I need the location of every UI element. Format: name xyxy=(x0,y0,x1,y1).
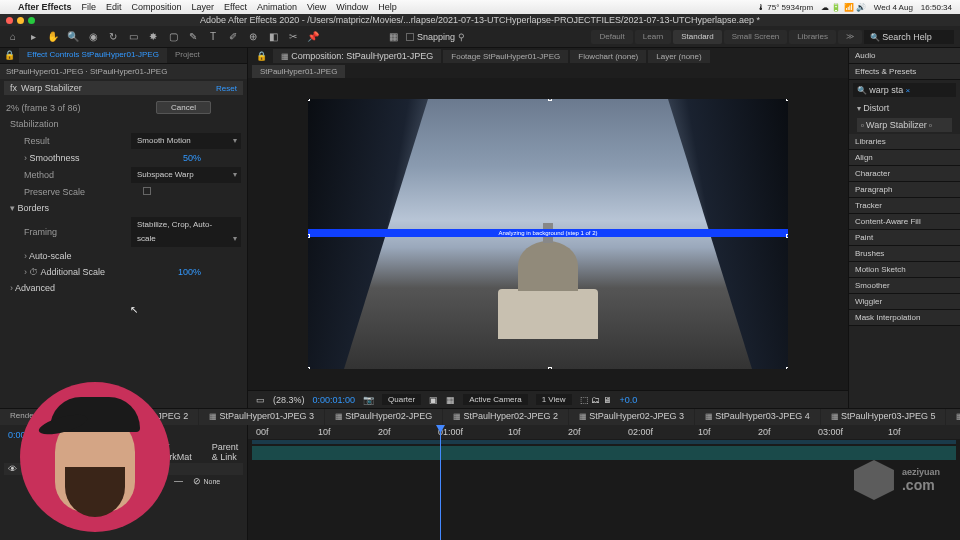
tl-tab[interactable]: ▦ StPaulHyper02-JPEG xyxy=(325,409,442,425)
brush-tool-icon[interactable]: ✐ xyxy=(226,30,240,44)
time[interactable]: 16:50:34 xyxy=(921,3,952,12)
smoothness-value[interactable]: 50% xyxy=(183,151,241,165)
app-name[interactable]: After Effects xyxy=(18,2,72,12)
tl-tab[interactable]: ▦ StPaulHyper01-JPEG 3 xyxy=(199,409,324,425)
panel-tracker[interactable]: Tracker xyxy=(849,198,960,214)
handle-br[interactable] xyxy=(786,367,788,369)
timecode[interactable]: 0:00:01:00 xyxy=(313,395,356,405)
trkmat-dropdown[interactable]: — xyxy=(174,476,183,486)
zoom-tool-icon[interactable]: 🔍 xyxy=(66,30,80,44)
sys-icons[interactable]: ☁ 🔋 📶 🔊 xyxy=(821,3,866,12)
roi-icon[interactable]: ▣ xyxy=(429,395,438,405)
menu-view[interactable]: View xyxy=(307,2,326,12)
zoom-dropdown[interactable]: (28.3%) xyxy=(273,395,305,405)
ws-default[interactable]: Default xyxy=(591,30,632,44)
puppet-tool-icon[interactable]: 📌 xyxy=(306,30,320,44)
tab-layer[interactable]: Layer (none) xyxy=(648,50,709,63)
tab-footage[interactable]: Footage StPaulHyper01-JPEG xyxy=(443,50,568,63)
tl-tab[interactable]: ▦ StPaulHyper03-JPEG 5 xyxy=(821,409,946,425)
handle-bm[interactable] xyxy=(548,367,552,369)
tab-project[interactable]: Project xyxy=(167,48,208,63)
panel-paint[interactable]: Paint xyxy=(849,230,960,246)
type-tool-icon[interactable]: T xyxy=(206,30,220,44)
ws-libraries[interactable]: Libraries xyxy=(789,30,836,44)
menu-animation[interactable]: Animation xyxy=(257,2,297,12)
framing-dropdown[interactable]: Stabilize, Crop, Auto-scale xyxy=(131,217,241,247)
tl-tab[interactable]: ▦ StPaulHyper03-JPEG 4 xyxy=(695,409,820,425)
ws-standard[interactable]: Standard xyxy=(673,30,721,44)
addscale-value[interactable]: 100% xyxy=(178,265,241,279)
camera-dropdown[interactable]: Active Camera xyxy=(463,394,527,405)
group-stabilization[interactable]: Stabilization xyxy=(6,117,59,131)
camera-tool-icon[interactable]: ▭ xyxy=(126,30,140,44)
tab-flowchart[interactable]: Flowchart (none) xyxy=(570,50,646,63)
views-dropdown[interactable]: 1 View xyxy=(536,394,572,405)
snapping-toggle[interactable]: Snapping ⚲ xyxy=(406,32,465,42)
roto-tool-icon[interactable]: ✂ xyxy=(286,30,300,44)
eye-icon[interactable]: 👁 xyxy=(8,464,17,474)
effects-search[interactable]: 🔍 warp sta × xyxy=(853,83,956,97)
traffic-lights[interactable] xyxy=(6,17,35,24)
panel-caf[interactable]: Content-Aware Fill xyxy=(849,214,960,230)
menu-effect[interactable]: Effect xyxy=(224,2,247,12)
tl-tab[interactable]: ▦ PL3 xyxy=(946,409,960,425)
preview-canvas[interactable]: Analyzing in background (step 1 of 2) xyxy=(308,99,788,369)
cancel-button[interactable]: Cancel xyxy=(156,101,211,114)
tl-tab[interactable]: ▦ StPaulHyper02-JPEG 3 xyxy=(569,409,694,425)
method-dropdown[interactable]: Subspace Warp xyxy=(131,167,241,183)
menu-edit[interactable]: Edit xyxy=(106,2,122,12)
orbit-tool-icon[interactable]: ◉ xyxy=(86,30,100,44)
menu-file[interactable]: File xyxy=(82,2,97,12)
panel-mask-interp[interactable]: Mask Interpolation xyxy=(849,310,960,326)
panel-libraries[interactable]: Libraries xyxy=(849,134,960,150)
rotate-tool-icon[interactable]: ↻ xyxy=(106,30,120,44)
home-icon[interactable]: ⌂ xyxy=(6,30,20,44)
snapshot-icon[interactable]: 📷 xyxy=(363,395,374,405)
preserve-scale-checkbox[interactable] xyxy=(143,187,151,195)
tl-tab[interactable]: ▦ StPaulHyper02-JPEG 2 xyxy=(443,409,568,425)
exposure[interactable]: +0.0 xyxy=(620,395,638,405)
shape-tool-icon[interactable]: ▢ xyxy=(166,30,180,44)
effect-header[interactable]: fx Warp Stabilizer Reset xyxy=(4,81,243,95)
handle-tr[interactable] xyxy=(786,99,788,101)
resolution-dropdown[interactable]: Quarter xyxy=(382,394,421,405)
menu-window[interactable]: Window xyxy=(336,2,368,12)
panel-effects-presets[interactable]: Effects & Presets xyxy=(849,64,960,80)
grid-icon[interactable]: ▦ xyxy=(446,395,455,405)
selection-tool-icon[interactable]: ▸ xyxy=(26,30,40,44)
viewport[interactable]: Analyzing in background (step 1 of 2) xyxy=(248,78,848,390)
tab-composition[interactable]: ▦ Composition: StPaulHyper01-JPEG xyxy=(273,49,441,63)
lock-icon[interactable]: 🔒 xyxy=(252,51,271,61)
time-ruler[interactable]: 00f10f20f01:00f10f20f02:00f10f20f03:00f1… xyxy=(248,425,960,439)
hand-tool-icon[interactable]: ✋ xyxy=(46,30,60,44)
draft3d-icon[interactable]: ⬚ 🗂 🖥 xyxy=(580,395,612,405)
reset-link[interactable]: Reset xyxy=(216,84,237,93)
category-distort[interactable]: ▾ Distort xyxy=(849,100,960,116)
eraser-tool-icon[interactable]: ◧ xyxy=(266,30,280,44)
panel-align[interactable]: Align xyxy=(849,150,960,166)
help-search[interactable]: 🔍 Search Help xyxy=(864,30,954,44)
ws-learn[interactable]: Learn xyxy=(635,30,671,44)
param-autoscale[interactable]: › Auto-scale xyxy=(6,249,72,263)
mag-icon[interactable]: ▭ xyxy=(256,395,265,405)
panel-paragraph[interactable]: Paragraph xyxy=(849,182,960,198)
handle-mr[interactable] xyxy=(786,234,788,238)
panel-motion-sketch[interactable]: Motion Sketch xyxy=(849,262,960,278)
panel-smoother[interactable]: Smoother xyxy=(849,278,960,294)
result-dropdown[interactable]: Smooth Motion xyxy=(131,133,241,149)
handle-tm[interactable] xyxy=(548,99,552,101)
handle-bl[interactable] xyxy=(308,367,310,369)
comp-breadcrumb[interactable]: StPaulHyper01-JPEG xyxy=(252,65,345,78)
tab-effect-controls[interactable]: Effect Controls StPaulHyper01-JPEG xyxy=(19,48,167,63)
handle-ml[interactable] xyxy=(308,234,310,238)
ws-more[interactable]: ≫ xyxy=(838,30,862,44)
fx-toggle-icon[interactable]: fx xyxy=(10,83,17,93)
parent-dropdown[interactable]: None xyxy=(204,478,221,485)
group-borders[interactable]: ▾ Borders xyxy=(6,201,49,215)
clone-tool-icon[interactable]: ⊕ xyxy=(246,30,260,44)
menu-help[interactable]: Help xyxy=(378,2,397,12)
work-area[interactable] xyxy=(252,440,956,444)
mask-mode-icon[interactable]: ▦ xyxy=(386,30,400,44)
panel-wiggler[interactable]: Wiggler xyxy=(849,294,960,310)
anchor-tool-icon[interactable]: ✸ xyxy=(146,30,160,44)
